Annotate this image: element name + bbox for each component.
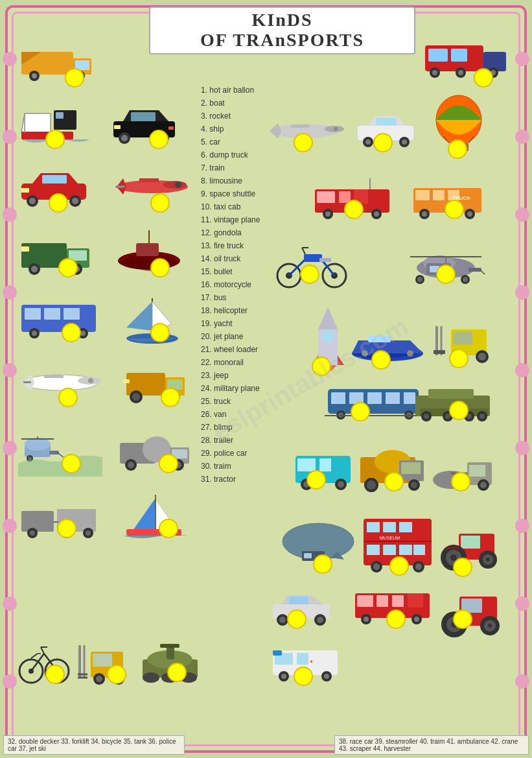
- list-item: 9. space shuttle: [201, 188, 305, 200]
- svg-rect-10: [451, 49, 467, 62]
- list-item: 23. jeep: [201, 370, 305, 381]
- list-item: 24. military plane: [201, 383, 305, 394]
- list-item: 14. oil truck: [201, 253, 305, 265]
- circle-16: [159, 519, 178, 538]
- list-item: 30. traim: [201, 460, 305, 472]
- svg-rect-200: [368, 336, 391, 342]
- circle-28: [371, 350, 391, 370]
- circle-39: [386, 610, 406, 629]
- svg-rect-167: [433, 190, 445, 200]
- vehicle-luxury-car: [110, 101, 181, 146]
- svg-rect-59: [64, 308, 80, 320]
- svg-marker-70: [21, 383, 34, 391]
- svg-rect-82: [123, 379, 130, 383]
- circle-34: [451, 472, 470, 492]
- svg-rect-204: [453, 331, 472, 344]
- svg-point-170: [422, 211, 427, 217]
- list-item: 16. motorcycle: [201, 279, 305, 290]
- svg-point-248: [411, 482, 417, 488]
- svg-rect-244: [401, 462, 421, 474]
- list-item: 29. police car: [201, 447, 305, 459]
- svg-rect-264: [367, 545, 380, 555]
- svg-point-163: [374, 211, 379, 217]
- circle-9: [62, 323, 81, 342]
- svg-point-193: [463, 277, 468, 282]
- svg-point-287: [317, 617, 323, 623]
- circle-29: [449, 349, 468, 368]
- list-item: 31. tractor: [201, 473, 305, 485]
- svg-point-227: [424, 414, 429, 419]
- vehicle-monorail: [325, 379, 425, 425]
- list-item: 17. bus: [201, 292, 305, 303]
- svg-rect-29: [114, 125, 121, 129]
- svg-rect-181: [319, 258, 331, 262]
- svg-point-148: [365, 139, 371, 145]
- circle-21: [373, 133, 393, 152]
- svg-rect-72: [44, 375, 64, 378]
- list-item: 5. car: [201, 136, 305, 148]
- svg-rect-283: [289, 597, 308, 604]
- circle-33: [384, 472, 404, 492]
- svg-line-189: [480, 270, 485, 274]
- svg-point-136: [143, 672, 159, 683]
- title-text: KInDS OF TRAnSPORTS: [156, 10, 409, 51]
- svg-line-88: [57, 453, 64, 457]
- circle-8: [150, 258, 170, 278]
- svg-rect-265: [383, 545, 396, 555]
- svg-rect-207: [434, 350, 445, 354]
- svg-rect-166: [415, 190, 430, 200]
- circle-1: [65, 68, 84, 88]
- svg-marker-18: [21, 113, 51, 133]
- svg-marker-65: [126, 302, 152, 331]
- list-item: 22. monorail: [201, 357, 305, 368]
- svg-line-120: [31, 654, 38, 658]
- circle-40: [453, 610, 472, 629]
- svg-point-253: [480, 482, 487, 488]
- list-item: 7. train: [201, 162, 305, 174]
- svg-rect-274: [461, 536, 480, 549]
- svg-rect-215: [367, 392, 382, 404]
- circle-18: [107, 665, 126, 684]
- svg-point-304: [488, 624, 492, 628]
- circle-17: [45, 665, 65, 684]
- svg-line-118: [41, 647, 44, 654]
- svg-rect-308: [273, 650, 282, 656]
- list-item: 28. trailer: [201, 434, 305, 446]
- svg-point-211: [478, 353, 486, 361]
- list-item: 15. bullet: [201, 266, 305, 278]
- svg-rect-261: [367, 522, 380, 532]
- svg-rect-37: [21, 188, 29, 193]
- circle-12: [161, 388, 180, 407]
- svg-rect-30: [168, 126, 174, 130]
- svg-point-202: [407, 350, 413, 357]
- svg-point-271: [415, 563, 422, 570]
- svg-rect-9: [428, 49, 448, 62]
- svg-point-313: [324, 674, 329, 679]
- vehicle-yacht-small: [120, 492, 191, 542]
- svg-marker-108: [133, 498, 156, 530]
- svg-point-26: [121, 135, 128, 141]
- circle-13: [62, 454, 81, 473]
- svg-point-280: [486, 558, 490, 562]
- circle-19: [167, 663, 187, 682]
- svg-rect-188: [468, 268, 481, 272]
- circle-37: [453, 558, 472, 577]
- svg-rect-32: [42, 175, 67, 184]
- svg-rect-292: [408, 593, 423, 608]
- list-item: 3. rocket: [201, 110, 305, 122]
- svg-point-34: [29, 198, 36, 204]
- bottom-left-labels: 32. double decker 33. forklift 34. bicyc…: [3, 735, 185, 755]
- svg-text:MUSEUM: MUSEUM: [380, 536, 400, 540]
- svg-point-129: [96, 676, 102, 682]
- vehicle-helicopter-area: [18, 425, 102, 477]
- svg-point-201: [362, 350, 368, 357]
- list-item: 20. jet plane: [201, 331, 305, 342]
- circle-6: [150, 193, 170, 213]
- svg-point-73: [88, 378, 93, 383]
- circle-27: [312, 357, 331, 376]
- bottom-right-labels: 38. race car 39. steamroller 40. traim 4…: [334, 735, 529, 755]
- svg-point-106: [86, 530, 91, 536]
- svg-point-49: [31, 266, 38, 272]
- svg-rect-24: [131, 112, 156, 121]
- svg-point-311: [281, 674, 286, 679]
